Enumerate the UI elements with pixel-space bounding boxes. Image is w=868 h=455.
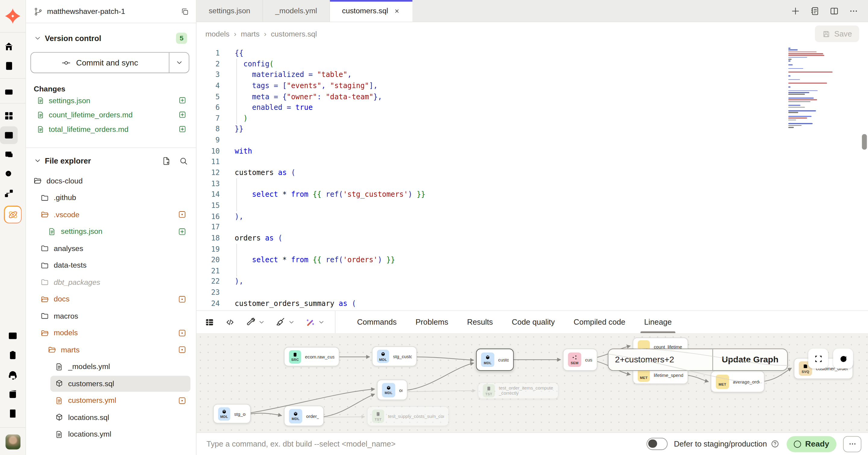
added-badge-icon[interactable] xyxy=(178,227,187,236)
tree-item-locations-yml[interactable]: locations.yml xyxy=(26,426,196,443)
tree-item-docs-cloud[interactable]: docs-cloud xyxy=(26,172,196,189)
modified-badge-icon[interactable] xyxy=(178,210,187,219)
code-window-icon[interactable] xyxy=(0,126,18,144)
panel-tab-code-quality[interactable]: Code quality xyxy=(502,311,564,333)
tree-item-dbt-packages[interactable]: dbt_packages xyxy=(26,274,196,290)
code-editor[interactable]: 1{{2 config(3 materialized = "table",4 t… xyxy=(196,46,868,311)
headset-icon[interactable] xyxy=(4,366,22,383)
close-icon[interactable] xyxy=(394,7,400,14)
tab--models-yml[interactable]: _models.yml xyxy=(263,0,330,22)
file-explorer-header[interactable]: File explorer xyxy=(26,153,196,168)
search-icon[interactable] xyxy=(179,156,188,165)
stage-plus-icon[interactable] xyxy=(178,110,187,119)
branch-row[interactable]: matthewshaver-patch-1 xyxy=(26,0,196,23)
new-tab-icon[interactable] xyxy=(790,6,801,16)
ai-wand-group[interactable] xyxy=(305,317,325,328)
lineage-node-tst-supply[interactable]: TSTtest_supply_costs_sum_correctly xyxy=(367,406,449,426)
results-table-icon[interactable] xyxy=(204,317,215,328)
version-control-header[interactable]: Version control 5 xyxy=(26,32,196,45)
building-icon[interactable] xyxy=(4,405,22,422)
commit-and-sync-button[interactable]: Commit and sync xyxy=(30,52,189,73)
modified-badge-icon[interactable] xyxy=(178,329,187,337)
breadcrumb-item[interactable]: customers.sql xyxy=(271,30,317,38)
commit-options-caret[interactable] xyxy=(169,53,189,73)
build-tools-group[interactable] xyxy=(245,317,265,328)
lineage-node-tst-bools[interactable]: TSTtest_order_items_compute_to_bools _co… xyxy=(478,382,558,399)
more-icon[interactable] xyxy=(849,6,859,16)
tab-settings-json[interactable]: settings.json xyxy=(196,0,263,22)
grid-icon[interactable] xyxy=(0,107,18,124)
user-avatar[interactable] xyxy=(5,434,20,450)
lineage-node-stg-orders[interactable]: MDLstg_orders xyxy=(213,404,251,423)
command-input[interactable] xyxy=(205,439,647,449)
modified-badge-icon[interactable] xyxy=(178,396,187,405)
tree-item--github[interactable]: .github xyxy=(26,189,196,206)
tab-customers-sql[interactable]: customers.sql xyxy=(330,0,412,22)
tree-item-marts[interactable]: marts xyxy=(26,341,196,358)
lineage-node-orders[interactable]: MDLorders xyxy=(377,379,407,400)
panel-tab-commands[interactable]: Commands xyxy=(347,311,406,333)
update-graph-button[interactable]: Update Graph xyxy=(712,349,787,370)
lineage-node-order-items[interactable]: MDLorder_items xyxy=(284,405,324,426)
fullscreen-button[interactable] xyxy=(808,348,828,368)
panel-tab-lineage[interactable]: Lineage xyxy=(635,311,681,333)
line-number: 3 xyxy=(196,69,220,80)
frame-dashed-icon[interactable] xyxy=(0,146,18,164)
split-editor-icon[interactable] xyxy=(829,6,839,16)
copy-icon[interactable] xyxy=(181,7,189,16)
new-file-icon[interactable] xyxy=(161,156,171,165)
defer-toggle[interactable] xyxy=(647,438,668,450)
lineage-node-stg-customers[interactable]: MDLstg_customers xyxy=(372,346,417,366)
code-view-icon[interactable] xyxy=(225,317,236,328)
tree-item-data-tests[interactable]: data-tests xyxy=(26,257,196,274)
changed-file-row[interactable]: settings.json xyxy=(26,93,196,108)
lineage-search-box[interactable]: Update Graph xyxy=(608,348,788,371)
copies-icon[interactable] xyxy=(0,82,18,100)
changed-file-row[interactable]: total_lifetime_orders.md xyxy=(26,122,196,136)
clipboard-icon[interactable] xyxy=(4,346,22,364)
tst-badge: TST xyxy=(372,409,384,423)
tree-item--models-yml[interactable]: _models.yml xyxy=(26,358,196,375)
notebook-icon[interactable] xyxy=(810,6,820,16)
home-icon[interactable] xyxy=(0,38,18,56)
stage-plus-icon[interactable] xyxy=(178,125,187,133)
cleanup-tools-group[interactable] xyxy=(275,317,295,328)
refresh-button[interactable] xyxy=(833,348,853,368)
changed-file-name: total_lifetime_orders.md xyxy=(49,125,129,133)
notebook-icon[interactable] xyxy=(0,57,18,75)
panel-tab-compiled-code[interactable]: Compiled code xyxy=(564,311,635,333)
tree-item-analyses[interactable]: analyses xyxy=(26,240,196,257)
panel-tab-results[interactable]: Results xyxy=(458,311,502,333)
changed-file-row[interactable]: count_lifetime_orders.md xyxy=(26,107,196,122)
book-icon[interactable] xyxy=(4,385,22,403)
tree-item-customers-sql[interactable]: customers.sql xyxy=(26,375,196,392)
tree-item-macros[interactable]: macros xyxy=(26,308,196,324)
lineage-canvas[interactable]: SRCecom.raw_customersMDLstg_customersMDL… xyxy=(196,333,868,432)
more-options-button[interactable] xyxy=(843,436,861,452)
tree-item-settings-json[interactable]: settings.json xyxy=(26,223,196,240)
status-badge[interactable]: Ready xyxy=(787,436,836,452)
tree-item-locations-sql[interactable]: locations.sql xyxy=(26,409,196,426)
search-status-icon[interactable] xyxy=(0,165,18,183)
dbt-copilot-button[interactable] xyxy=(4,205,22,223)
modified-badge-icon[interactable] xyxy=(178,345,187,354)
panel-tab-problems[interactable]: Problems xyxy=(406,311,458,333)
dbt-logo-icon[interactable] xyxy=(3,7,22,25)
save-button[interactable]: Save xyxy=(815,25,859,42)
help-icon[interactable] xyxy=(771,439,780,448)
breadcrumb-item[interactable]: models xyxy=(205,30,229,38)
lineage-selector-input[interactable] xyxy=(609,349,712,370)
terminal-icon[interactable] xyxy=(4,327,22,345)
stage-plus-icon[interactable] xyxy=(178,96,187,105)
tree-item-docs[interactable]: docs xyxy=(26,290,196,308)
lineage-node-customers-sem[interactable]: SEMcustomers xyxy=(563,348,597,371)
lineage-node-customers-mdl[interactable]: MDLcustomers xyxy=(476,348,514,371)
tree-item-models[interactable]: models xyxy=(26,324,196,341)
breadcrumb-item[interactable]: marts xyxy=(241,30,259,38)
lineage-node-avg-order-value[interactable]: METaverage_order_value xyxy=(711,371,764,393)
workflow-icon[interactable] xyxy=(0,184,18,202)
tree-item-customers-yml[interactable]: customers.yml xyxy=(26,392,196,409)
modified-badge-icon[interactable] xyxy=(178,295,187,304)
tree-item--vscode[interactable]: .vscode xyxy=(26,206,196,223)
lineage-node-raw-customers[interactable]: SRCecom.raw_customers xyxy=(284,347,339,366)
